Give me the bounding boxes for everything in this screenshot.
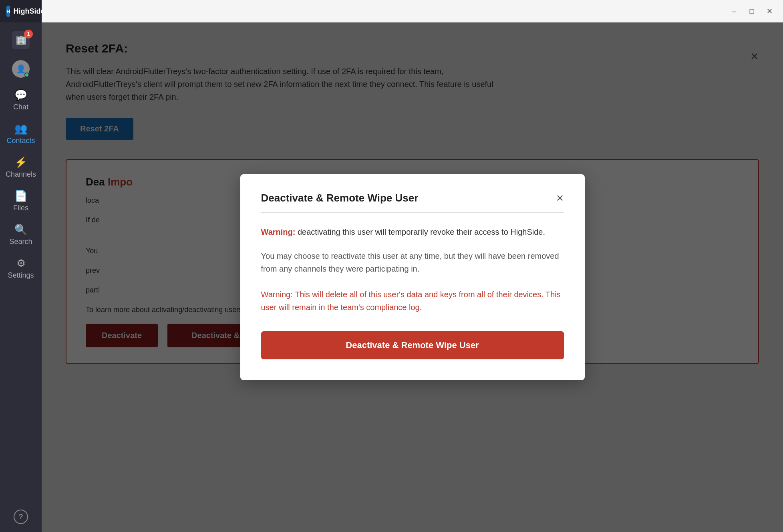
files-icon: 📄 xyxy=(14,190,27,202)
sidebar-nav: 1 🏢 👤 💬 Chat 👥 Contacts ⚡ Channels 📄 xyxy=(0,22,42,510)
sidebar-item-channels-label: Channels xyxy=(6,170,36,179)
window-close-button[interactable]: ✕ xyxy=(764,6,775,17)
sidebar-item-chat[interactable]: 💬 Chat xyxy=(0,83,42,117)
contacts-icon: 👥 xyxy=(14,123,27,135)
minimize-button[interactable]: – xyxy=(729,6,740,17)
modal-divider xyxy=(261,212,564,213)
sidebar-bottom: ? xyxy=(14,510,28,532)
sidebar: H HighSide 1 🏢 👤 💬 Chat 👥 Contacts xyxy=(0,0,42,532)
search-icon: 🔍 xyxy=(14,224,27,236)
online-indicator xyxy=(24,73,29,77)
sidebar-item-channels[interactable]: ⚡ Channels xyxy=(0,151,42,184)
sidebar-item-contacts[interactable]: 👥 Contacts xyxy=(0,117,42,151)
warning-label-1: Warning: xyxy=(261,228,296,236)
sidebar-item-settings-label: Settings xyxy=(8,271,34,280)
window-titlebar: – □ ✕ xyxy=(42,0,783,22)
modal-info-text: You may choose to reactivate this user a… xyxy=(261,250,564,275)
app-logo: H xyxy=(6,6,10,17)
modal-warning-1: Warning: deactivating this user will tem… xyxy=(261,226,564,238)
window-controls: – □ ✕ xyxy=(729,6,775,17)
channels-icon: ⚡ xyxy=(14,156,27,169)
sidebar-item-org[interactable]: 1 🏢 xyxy=(0,26,42,54)
maximize-button[interactable]: □ xyxy=(746,6,757,17)
avatar: 👤 xyxy=(12,60,30,78)
modal-deactivate-remote-wipe-button[interactable]: Deactivate & Remote Wipe User xyxy=(261,331,564,359)
notification-badge: 1 xyxy=(24,30,33,38)
help-button[interactable]: ? xyxy=(14,510,28,524)
sidebar-item-chat-label: Chat xyxy=(13,103,28,111)
sidebar-item-search[interactable]: 🔍 Search xyxy=(0,218,42,252)
sidebar-item-settings[interactable]: ⚙ Settings xyxy=(0,252,42,285)
app-name: HighSide xyxy=(13,7,44,16)
sidebar-item-contacts-label: Contacts xyxy=(6,137,35,145)
sidebar-item-search-label: Search xyxy=(9,238,32,246)
modal-title: Deactivate & Remote Wipe User xyxy=(261,192,419,204)
modal-close-button[interactable]: ✕ xyxy=(556,193,564,203)
main-area: – □ ✕ Reset 2FA: This will clear Android… xyxy=(42,0,783,532)
modal-header: Deactivate & Remote Wipe User ✕ xyxy=(261,192,564,204)
sidebar-item-files[interactable]: 📄 Files xyxy=(0,184,42,218)
modal-overlay: Deactivate & Remote Wipe User ✕ Warning:… xyxy=(42,22,783,532)
modal-action-row: Deactivate & Remote Wipe User xyxy=(261,331,564,359)
modal-warning-2: Warning: This will delete all of this us… xyxy=(261,288,564,314)
settings-icon: ⚙ xyxy=(16,257,26,270)
sidebar-item-files-label: Files xyxy=(13,204,28,212)
sidebar-titlebar: H HighSide xyxy=(0,0,42,22)
warning-text-1: deactivating this user will temporarily … xyxy=(295,228,545,236)
chat-icon: 💬 xyxy=(14,89,27,101)
sidebar-item-profile[interactable]: 👤 xyxy=(0,54,42,83)
modal-dialog: Deactivate & Remote Wipe User ✕ Warning:… xyxy=(240,174,585,380)
